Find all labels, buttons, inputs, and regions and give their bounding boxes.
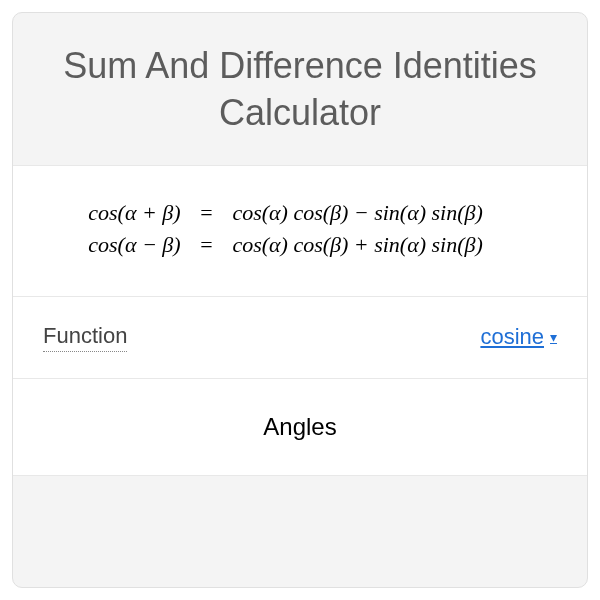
formula-lhs: cos(α + β) xyxy=(33,200,181,226)
function-select[interactable]: cosine ▾ xyxy=(480,324,557,350)
formula-panel: cos(α + β) = cos(α) cos(β) − sin(α) sin(… xyxy=(13,165,587,297)
page-title: Sum And Difference Identities Calculator xyxy=(33,43,567,137)
formula-rhs: cos(α) cos(β) − sin(α) sin(β) xyxy=(232,200,567,226)
formula-eq: = xyxy=(199,200,215,226)
formula-eq: = xyxy=(199,232,215,258)
function-row: Function cosine ▾ xyxy=(13,297,587,379)
function-selected-value: cosine xyxy=(480,324,544,350)
formula-row-diff: cos(α − β) = cos(α) cos(β) + sin(α) sin(… xyxy=(33,232,567,258)
calculator-card: Sum And Difference Identities Calculator… xyxy=(12,12,588,588)
header: Sum And Difference Identities Calculator xyxy=(13,13,587,165)
angles-label: Angles xyxy=(263,413,336,440)
chevron-down-icon: ▾ xyxy=(550,329,557,345)
angles-section-header: Angles xyxy=(13,379,587,476)
formula-rhs: cos(α) cos(β) + sin(α) sin(β) xyxy=(232,232,567,258)
function-label: Function xyxy=(43,323,127,352)
formula-lhs: cos(α − β) xyxy=(33,232,181,258)
formula-row-sum: cos(α + β) = cos(α) cos(β) − sin(α) sin(… xyxy=(33,200,567,226)
